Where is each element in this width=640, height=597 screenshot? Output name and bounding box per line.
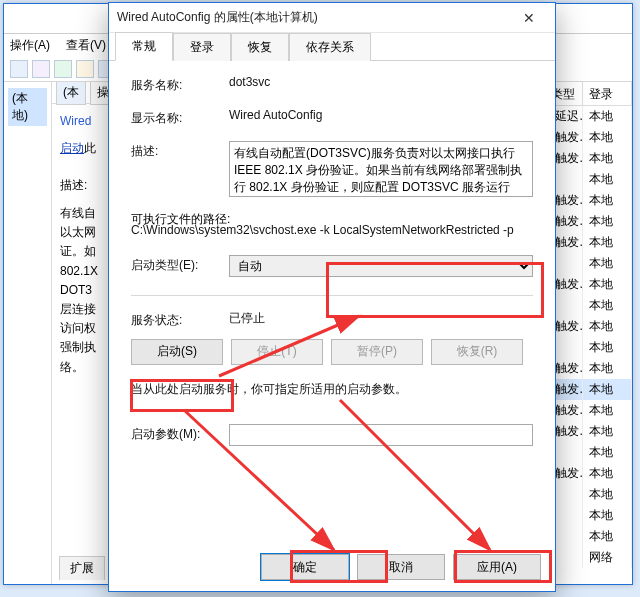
service-start-link[interactable]: 启动 — [60, 141, 84, 155]
cell-logon: 本地 — [583, 106, 633, 127]
tab-logon[interactable]: 登录 — [173, 33, 231, 61]
description-box[interactable] — [229, 141, 533, 197]
service-control-buttons: 启动(S) 停止(T) 暂停(P) 恢复(R) — [131, 339, 533, 365]
value-exe-path: C:\Windows\system32\svchost.exe -k Local… — [131, 222, 533, 239]
label-display-name: 显示名称: — [131, 108, 229, 127]
ok-button[interactable]: 确定 — [261, 554, 349, 580]
value-service-state: 已停止 — [229, 310, 533, 329]
center-header-local[interactable]: (本 — [56, 82, 86, 105]
cell-logon: 本地 — [583, 421, 633, 442]
dialog-title: Wired AutoConfig 的属性(本地计算机) — [117, 9, 318, 26]
startup-hint: 当从此处启动服务时，你可指定所适用的启动参数。 — [131, 381, 533, 398]
cell-logon: 本地 — [583, 253, 633, 274]
value-service-name: dot3svc — [229, 75, 533, 94]
cell-logon: 本地 — [583, 211, 633, 232]
tab-recovery[interactable]: 恢复 — [231, 33, 289, 61]
value-display-name: Wired AutoConfig — [229, 108, 533, 127]
cell-logon: 本地 — [583, 295, 633, 316]
toolbar-icon[interactable] — [10, 60, 28, 78]
label-start-params: 启动参数(M): — [131, 426, 229, 443]
cell-logon: 本地 — [583, 316, 633, 337]
cell-logon: 本地 — [583, 505, 633, 526]
label-description: 描述: — [131, 141, 229, 197]
tree-root[interactable]: (本地) — [8, 88, 47, 126]
cell-logon: 本地 — [583, 526, 633, 547]
cell-logon: 本地 — [583, 127, 633, 148]
label-startup-type: 启动类型(E): — [131, 255, 229, 277]
label-service-state: 服务状态: — [131, 310, 229, 329]
dialog-page-general: 服务名称: dot3svc 显示名称: Wired AutoConfig 描述:… — [109, 61, 555, 543]
tab-general[interactable]: 常规 — [115, 32, 173, 61]
cell-logon: 本地 — [583, 463, 633, 484]
start-button[interactable]: 启动(S) — [131, 339, 223, 365]
col-logon[interactable]: 登录 — [583, 82, 633, 106]
menu-view[interactable]: 查看(V) — [66, 37, 106, 54]
toolbar-icon[interactable] — [32, 60, 50, 78]
cell-logon: 网络 — [583, 547, 633, 568]
toolbar-icon[interactable] — [76, 60, 94, 78]
menu-action[interactable]: 操作(A) — [10, 37, 50, 54]
pause-button: 暂停(P) — [331, 339, 423, 365]
start-params-input[interactable] — [229, 424, 533, 446]
close-icon[interactable]: ✕ — [511, 10, 547, 26]
service-desc-partial: 有线自 以太网 证。如 802.1X DOT3 层连接 访问权 强制执 络。 — [60, 204, 108, 377]
dialog-titlebar[interactable]: Wired AutoConfig 的属性(本地计算机) ✕ — [109, 3, 555, 33]
toolbar-icon[interactable] — [54, 60, 72, 78]
cell-logon: 本地 — [583, 232, 633, 253]
startup-type-select[interactable]: 自动 — [229, 255, 533, 277]
label-service-name: 服务名称: — [131, 75, 229, 94]
start-suffix: 此 — [84, 141, 96, 155]
cell-logon: 本地 — [583, 379, 633, 400]
mmc-tree: (本地) — [4, 82, 52, 584]
cell-logon: 本地 — [583, 169, 633, 190]
cancel-button[interactable]: 取消 — [357, 554, 445, 580]
tab-deps[interactable]: 依存关系 — [289, 33, 371, 61]
cell-logon: 本地 — [583, 190, 633, 211]
properties-dialog: Wired AutoConfig 的属性(本地计算机) ✕ 常规 登录 恢复 依… — [108, 2, 556, 592]
cell-logon: 本地 — [583, 442, 633, 463]
cell-logon: 本地 — [583, 400, 633, 421]
stop-button: 停止(T) — [231, 339, 323, 365]
apply-button[interactable]: 应用(A) — [453, 554, 541, 580]
cell-logon: 本地 — [583, 337, 633, 358]
dialog-tabs: 常规 登录 恢复 依存关系 — [109, 33, 555, 61]
cell-logon: 本地 — [583, 274, 633, 295]
cell-logon: 本地 — [583, 358, 633, 379]
mmc-bottom-tabs: 扩展 — [59, 556, 105, 580]
cell-logon: 本地 — [583, 148, 633, 169]
cell-logon: 本地 — [583, 484, 633, 505]
tab-extended[interactable]: 扩展 — [59, 556, 105, 580]
dialog-button-row: 确定 取消 应用(A) — [109, 543, 555, 591]
resume-button: 恢复(R) — [431, 339, 523, 365]
separator — [131, 295, 533, 296]
